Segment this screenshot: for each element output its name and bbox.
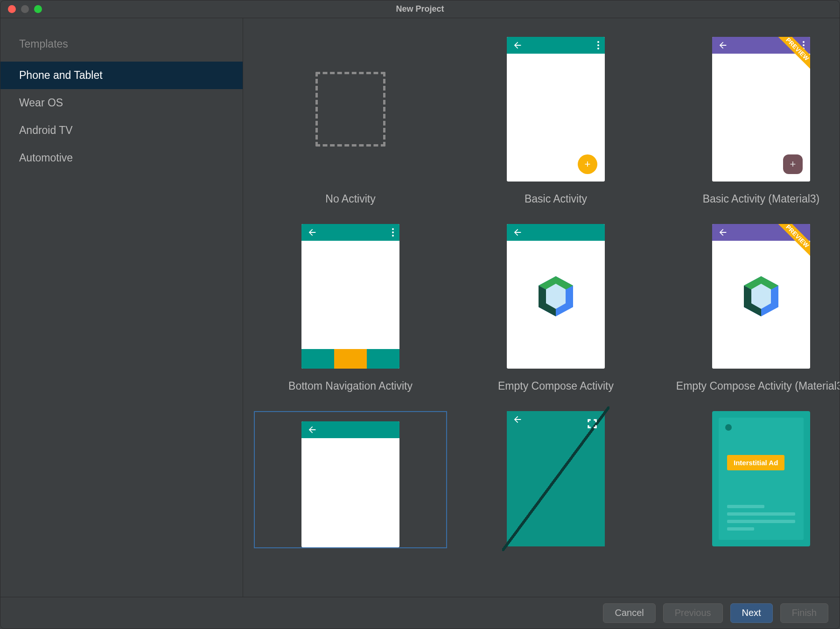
minimize-window-button (21, 5, 29, 13)
body: Templates Phone and Tablet Wear OS Andro… (0, 18, 840, 597)
status-dot-icon (725, 424, 732, 431)
close-window-button[interactable] (8, 5, 16, 13)
overflow-menu-icon (597, 41, 599, 49)
new-project-window: New Project Templates Phone and Tablet W… (0, 0, 840, 629)
fab-icon: + (578, 154, 597, 174)
selection-highlight (254, 411, 447, 548)
template-empty-activity[interactable]: Empty Activity (252, 411, 448, 548)
back-arrow-icon (718, 40, 728, 50)
dashed-placeholder-icon (315, 72, 385, 147)
template-no-activity[interactable]: No Activity (252, 37, 448, 205)
template-admob-activity[interactable]: Interstitial Ad Google AdMob Ads Activit… (663, 411, 840, 548)
template-label: Basic Activity (Material3) (703, 193, 820, 205)
appbar (301, 224, 399, 241)
template-label: Empty Compose Activity (498, 380, 614, 392)
template-empty-compose-activity[interactable]: Empty Compose Activity (458, 224, 654, 392)
ad-button-label: Interstitial Ad (727, 455, 784, 470)
window-title: New Project (0, 4, 840, 14)
sidebar: Templates Phone and Tablet Wear OS Andro… (0, 18, 243, 597)
sidebar-item-wear-os[interactable]: Wear OS (0, 89, 243, 117)
template-thumbnail (301, 37, 399, 182)
template-thumbnail: Interstitial Ad (712, 411, 810, 546)
sidebar-header: Templates (0, 32, 243, 62)
template-basic-activity-material3[interactable]: PREVIEW + Basic Activity (Material3) (663, 37, 840, 205)
template-empty-compose-activity-material3[interactable]: PREVIEW Empty Compose Activity (Material… (663, 224, 840, 392)
template-label: Empty Compose Activity (Material3) (676, 380, 840, 392)
compose-logo-icon (537, 275, 575, 317)
template-thumbnail (507, 411, 605, 546)
cancel-button[interactable]: Cancel (603, 603, 655, 623)
back-arrow-icon (718, 227, 728, 238)
fullscreen-icon (586, 418, 598, 430)
template-thumbnail (301, 421, 399, 547)
template-thumbnail: + (507, 37, 605, 182)
template-bottom-navigation-activity[interactable]: Bottom Navigation Activity (252, 224, 448, 392)
appbar (507, 37, 605, 54)
back-arrow-icon (307, 425, 317, 435)
template-thumbnail: PREVIEW (712, 224, 810, 369)
template-thumbnail (507, 224, 605, 369)
template-label: Basic Activity (525, 193, 587, 205)
templates-panel: No Activity + Basic Activity (243, 18, 840, 597)
text-lines-decoration (727, 505, 795, 531)
next-button[interactable]: Next (730, 603, 773, 623)
template-thumbnail: PREVIEW + (712, 37, 810, 182)
fab-icon: + (783, 154, 803, 174)
finish-button: Finish (780, 603, 828, 623)
sidebar-item-phone-and-tablet[interactable]: Phone and Tablet (0, 62, 243, 89)
appbar (301, 421, 399, 438)
template-thumbnail (301, 224, 399, 369)
appbar (507, 224, 605, 241)
template-fullscreen-activity[interactable]: Fullscreen Activity (458, 411, 654, 548)
footer: Cancel Previous Next Finish (0, 597, 840, 629)
bottom-nav-icon (301, 349, 399, 369)
back-arrow-icon (512, 227, 523, 238)
overflow-menu-icon (392, 228, 394, 237)
titlebar: New Project (0, 0, 840, 18)
template-basic-activity[interactable]: + Basic Activity (458, 37, 654, 205)
templates-grid: No Activity + Basic Activity (252, 37, 830, 548)
window-controls (0, 5, 42, 13)
back-arrow-icon (512, 40, 523, 50)
sidebar-item-android-tv[interactable]: Android TV (0, 117, 243, 144)
previous-button: Previous (663, 603, 723, 623)
zoom-window-button[interactable] (34, 5, 42, 13)
compose-logo-icon (742, 275, 780, 317)
template-label: No Activity (325, 193, 375, 205)
back-arrow-icon (307, 227, 317, 238)
template-label: Bottom Navigation Activity (288, 380, 413, 392)
sidebar-item-automotive[interactable]: Automotive (0, 144, 243, 172)
